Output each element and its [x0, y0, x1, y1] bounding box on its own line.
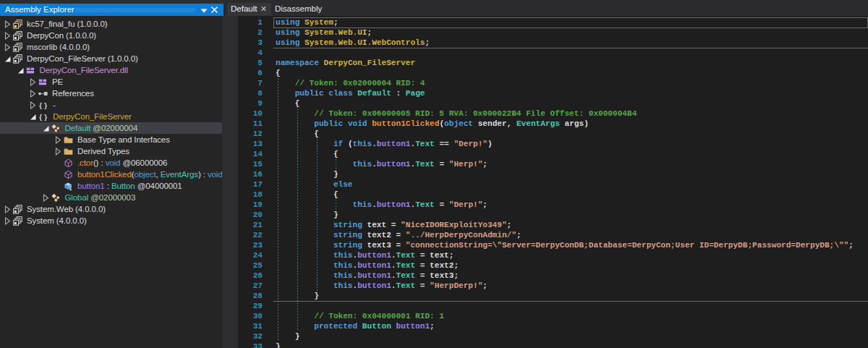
svg-text:}: }	[44, 113, 47, 121]
svg-text:}: }	[44, 101, 47, 109]
svg-text:{: {	[39, 101, 42, 109]
svg-text:{: {	[39, 113, 42, 121]
